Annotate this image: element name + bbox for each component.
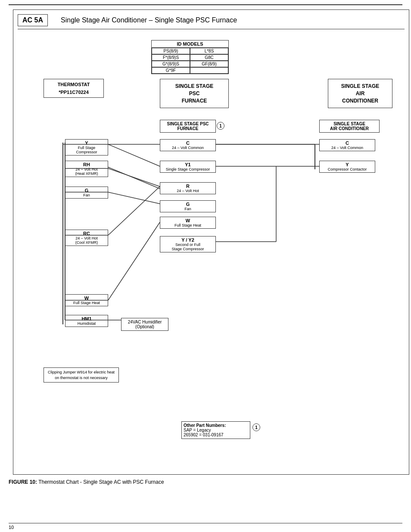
id-model-cell-1: L*8S xyxy=(190,48,228,54)
psc-furnace-title: SINGLE STAGE PSC FURNACE xyxy=(160,79,229,108)
diagram-label: AC 5A xyxy=(18,14,48,26)
part-numbers-line1: SAP = Legacy xyxy=(184,428,248,432)
svg-line-10 xyxy=(108,222,160,300)
svg-line-4 xyxy=(108,167,160,189)
figure-caption-text: Thermostat Chart - Single Stage AC with … xyxy=(38,479,164,485)
note-text: Clipping Jumper W914 for electric heat o… xyxy=(48,370,115,380)
furnace-terminal-r: R 24 – Volt Hot xyxy=(160,182,216,194)
note-box: Clipping Jumper W914 for electric heat o… xyxy=(44,367,119,383)
id-model-cell-2: F*(8/9)S xyxy=(152,54,190,61)
part-numbers-line2: 265902 = 031-09167 xyxy=(184,432,248,437)
id-model-cell-0: PS(8/9) xyxy=(152,48,190,54)
diagram-content: ID MODELS PS(8/9) L*8S F*(8/9)S G8C G*(8… xyxy=(18,36,405,467)
therm-terminal-rc: RC 24 – Volt Hot(Cool XFMR) xyxy=(65,230,108,246)
id-model-cell-3: G8C xyxy=(190,54,228,61)
furnace-terminal-w: W Full Stage Heat xyxy=(160,217,216,229)
furnace-terminal-yy2: Y / Y2 Second or FullStage Compressor xyxy=(160,236,216,252)
furnace-terminal-c: C 24 – Volt Common xyxy=(160,139,216,151)
id-models-box: ID MODELS PS(8/9) L*8S F*(8/9)S G8C G*(8… xyxy=(151,40,229,74)
svg-line-9 xyxy=(108,192,160,204)
svg-line-11 xyxy=(108,187,160,235)
id-model-cell-4: G*(8/9)S xyxy=(152,61,190,67)
furnace-terminal-g: G Fan xyxy=(160,200,216,212)
id-models-header: ID MODELS xyxy=(152,40,228,48)
id-model-cell-6: G*9F xyxy=(152,67,190,74)
figure-caption: FIGURE 10: Thermostat Chart - Single Sta… xyxy=(9,479,402,485)
svg-line-8 xyxy=(108,168,160,187)
humidifier-box: 24VAC Humidifier (Optional) xyxy=(121,318,168,331)
bottom-border xyxy=(9,523,402,523)
furnace-terminal-y1: Y1 Single Stage Compressor xyxy=(160,161,216,173)
therm-terminal-rh: RH 24 – Volt Hot(Heat XFMR) xyxy=(65,161,108,177)
thermostat-model: *PP11C70224 xyxy=(47,90,101,95)
ac-terminal-c: C 24 – Volt Common xyxy=(319,139,375,151)
diagram-title: AC 5A Single Stage Air Conditioner – Sin… xyxy=(18,14,405,29)
ac-conn-box: SINGLE STAGE AIR CONDITIONER xyxy=(319,120,380,133)
diagram-title-text: Single Stage Air Conditioner – Single St… xyxy=(61,16,237,24)
id-models-grid: PS(8/9) L*8S F*(8/9)S G8C G*(8/9)S GF(8/… xyxy=(152,48,228,74)
therm-terminal-hm1: HM1 Humidistat xyxy=(65,315,108,327)
ac-title-box: SINGLE STAGE AIR CONDITIONER xyxy=(328,79,392,108)
therm-terminal-w: W Full Stage Heat xyxy=(65,294,108,306)
therm-terminal-g: G Fan xyxy=(65,187,108,199)
part-numbers-header: Other Part Numbers: xyxy=(184,423,248,428)
parts-badge: 1 xyxy=(252,423,260,431)
page-container: AC 5A Single Stage Air Conditioner – Sin… xyxy=(0,0,411,532)
thermostat-label: THERMOSTAT xyxy=(47,82,101,87)
part-numbers-box: Other Part Numbers: SAP = Legacy 265902 … xyxy=(181,421,250,439)
id-model-cell-7 xyxy=(190,67,228,74)
diagram-wrapper: AC 5A Single Stage Air Conditioner – Sin… xyxy=(13,9,409,475)
svg-line-7 xyxy=(108,144,160,166)
id-model-cell-5: GF(8/9) xyxy=(190,61,228,67)
thermostat-box: THERMOSTAT *PP11C70224 xyxy=(44,79,104,98)
ac-terminal-y: Y Compressor Contactor xyxy=(319,161,375,173)
therm-terminal-y: Y Full Stage Compressor xyxy=(65,139,108,156)
top-border xyxy=(9,4,402,5)
psc-furnace-conn: SINGLE STAGE PSC FURNACE xyxy=(160,120,216,133)
furnace-badge: 1 xyxy=(217,122,224,130)
page-number: 10 xyxy=(9,525,14,530)
